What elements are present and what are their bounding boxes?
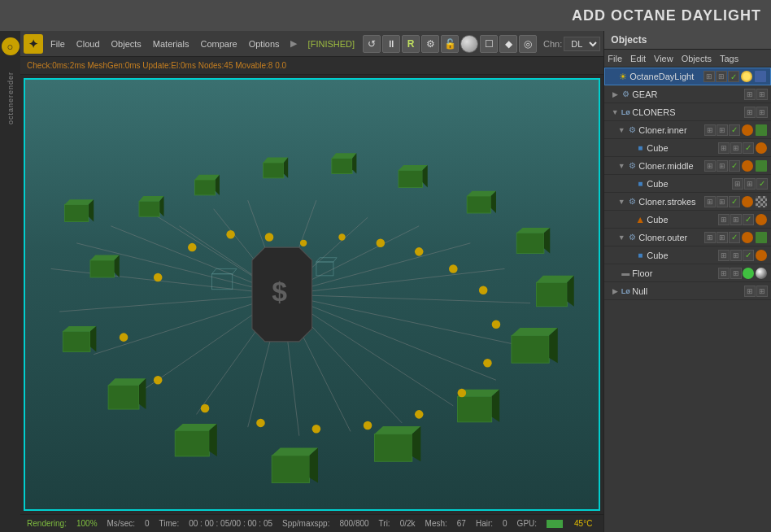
objects-list[interactable]: ☀ OctaneDayLight ⊞ ⊞ ✓ ▶ ⚙ GEAR ⊞ ⊞: [604, 68, 771, 532]
obj-row-octane-daylight[interactable]: ☀ OctaneDayLight ⊞ ⊞ ✓: [604, 68, 771, 85]
ctrl-fl2[interactable]: ⊞: [730, 268, 742, 279]
ctrl-c4-1[interactable]: ⊞: [718, 250, 730, 261]
node13: [458, 389, 467, 398]
obj-row-cube1[interactable]: ■ Cube ⊞ ⊞ ✓: [604, 139, 771, 157]
obj-name-cloner-outer: Cloner.outer: [638, 233, 704, 242]
ctrl-c1-check[interactable]: ✓: [743, 142, 754, 154]
info-text: Check:0ms:2ms MeshGen:0ms Update:El:0ms …: [27, 61, 286, 70]
obj-row-cube4[interactable]: ■ Cube ⊞ ⊞ ✓: [604, 246, 771, 264]
pin-btn[interactable]: ◆: [499, 35, 517, 53]
obj-row-cloner-outer[interactable]: ▼ ⚙ Cloner.outer ⊞ ⊞ ✓: [604, 229, 771, 246]
ctrl-cs2[interactable]: ⊞: [717, 196, 728, 207]
ctrl-c3-2[interactable]: ⊞: [730, 214, 742, 225]
cube3-icon: ▲: [634, 214, 646, 225]
menu-file[interactable]: File: [48, 37, 68, 50]
expand-cloner-middle[interactable]: ▼: [617, 162, 625, 170]
ctrl-cs-check[interactable]: ✓: [729, 196, 740, 207]
node17: [256, 419, 265, 428]
tri-val: 0/2k: [400, 519, 416, 528]
ctrl-c2-1[interactable]: ⊞: [732, 178, 743, 190]
ctrl-c3-1[interactable]: ⊞: [718, 214, 730, 225]
viewport[interactable]: $: [24, 78, 600, 511]
expand-gear[interactable]: ▶: [611, 90, 619, 98]
obj-menu-edit[interactable]: Edit: [630, 54, 646, 63]
ctrl-cm2[interactable]: ⊞: [717, 160, 728, 172]
obj-row-cloner-inner[interactable]: ▼ ⚙ Cloner.inner ⊞ ⊞ ✓: [604, 121, 771, 139]
ctrl-co1[interactable]: ⊞: [704, 232, 716, 243]
expand-cloners[interactable]: ▼: [611, 108, 619, 116]
obj-row-floor[interactable]: ▬ Floor ⊞ ⊞: [604, 264, 771, 282]
ctrl-grid4[interactable]: ⊞: [756, 89, 768, 100]
menu-cloud[interactable]: Cloud: [74, 37, 102, 50]
sphere-btn[interactable]: [460, 35, 478, 53]
ctrl-c4-check[interactable]: ✓: [743, 250, 754, 261]
menu-objects[interactable]: Objects: [109, 37, 144, 50]
ctrl-gi2[interactable]: ⊞: [717, 124, 728, 136]
obj-row-cube2[interactable]: ■ Cube ⊞ ⊞ ✓: [604, 175, 771, 193]
ctrl-grid5[interactable]: ⊞: [744, 107, 756, 118]
lock-btn[interactable]: 🔓: [441, 35, 459, 53]
obj-menu-view[interactable]: View: [654, 54, 673, 63]
expand-cloner-strokes[interactable]: ▼: [617, 198, 625, 206]
render-btn[interactable]: R: [402, 35, 420, 53]
ctrl-c3-check[interactable]: ✓: [743, 214, 754, 225]
obj-row-gear[interactable]: ▶ ⚙ GEAR ⊞ ⊞: [604, 85, 771, 103]
obj-row-cloners[interactable]: ▼ Lø CLONERS ⊞ ⊞: [604, 103, 771, 121]
menu-compare[interactable]: Compare: [198, 37, 239, 50]
floor-icon: ▬: [620, 268, 631, 279]
obj-row-null[interactable]: ▶ Lø Null ⊞ ⊞: [604, 282, 771, 300]
obj-row-cube3[interactable]: ▲ Cube ⊞ ⊞ ✓: [604, 211, 771, 229]
ctrl-c2-check[interactable]: ✓: [756, 178, 768, 190]
obj-menu-tags[interactable]: Tags: [720, 54, 738, 63]
sun-icon: ☀: [617, 71, 629, 82]
channel-label: Chn:: [543, 39, 562, 49]
ctrl-c1-2[interactable]: ⊞: [730, 142, 742, 154]
svg-line-9: [282, 268, 505, 294]
ctrl-c2-2[interactable]: ⊞: [744, 178, 756, 190]
ctrl-c1-1[interactable]: ⊞: [718, 142, 730, 154]
ctrl-co2[interactable]: ⊞: [717, 232, 728, 243]
ctrl-co-check[interactable]: ✓: [729, 232, 740, 243]
obj-menu-objects[interactable]: Objects: [682, 54, 712, 63]
ctrl-grid2[interactable]: ⊞: [716, 71, 727, 82]
pause-btn[interactable]: ⏸: [382, 35, 400, 53]
ctrl-nl2[interactable]: ⊞: [756, 286, 768, 297]
ctrl-c4-2[interactable]: ⊞: [730, 250, 742, 261]
ctrl-cm-check[interactable]: ✓: [729, 160, 740, 172]
svg-line-12: [282, 294, 496, 380]
cube-top-right2: [467, 191, 496, 213]
obj-name-cloner-middle: Cloner.middle: [638, 161, 704, 171]
cube-top-center: [332, 153, 357, 173]
node16: [312, 425, 321, 434]
channel-select[interactable]: DL: [564, 37, 600, 51]
menu-options[interactable]: Options: [246, 37, 282, 50]
ctrl-check[interactable]: ✓: [728, 71, 739, 82]
obj-row-cloner-strokes[interactable]: ▼ ⚙ Cloner.strokes ⊞ ⊞ ✓: [604, 193, 771, 211]
target-btn[interactable]: ◎: [519, 35, 537, 53]
ctrl-grid1[interactable]: ⊞: [703, 71, 715, 82]
expand-cloner-inner[interactable]: ▼: [617, 126, 625, 134]
svg-line-10: [282, 294, 530, 303]
thumb-orange-c1: [756, 142, 767, 154]
ctrl-gi1[interactable]: ⊞: [704, 124, 716, 136]
time-label: Time:: [159, 519, 180, 528]
svg-marker-65: [332, 153, 357, 158]
ctrl-grid3[interactable]: ⊞: [744, 89, 756, 100]
expand-null[interactable]: ▶: [611, 287, 619, 295]
ctrl-cs1[interactable]: ⊞: [704, 196, 716, 207]
ctrl-nl1[interactable]: ⊞: [744, 286, 756, 297]
menu-materials[interactable]: Materials: [150, 37, 192, 50]
obj-menu-file[interactable]: File: [608, 54, 622, 63]
ctrl-grid6[interactable]: ⊞: [756, 107, 768, 118]
ctrl-fl1[interactable]: ⊞: [718, 268, 730, 279]
refresh-btn[interactable]: ↺: [363, 35, 381, 53]
svg-rect-40: [272, 456, 309, 483]
settings-btn[interactable]: ⚙: [421, 35, 439, 53]
cube1-icon: ■: [634, 142, 646, 154]
ctrl-cm1[interactable]: ⊞: [704, 160, 716, 172]
ctrl-gi-check[interactable]: ✓: [729, 124, 740, 136]
expand-cloner-outer[interactable]: ▼: [617, 233, 625, 242]
ghost-cube1: [212, 268, 237, 289]
frame-btn[interactable]: ☐: [480, 35, 498, 53]
obj-row-cloner-middle[interactable]: ▼ ⚙ Cloner.middle ⊞ ⊞ ✓: [604, 157, 771, 175]
